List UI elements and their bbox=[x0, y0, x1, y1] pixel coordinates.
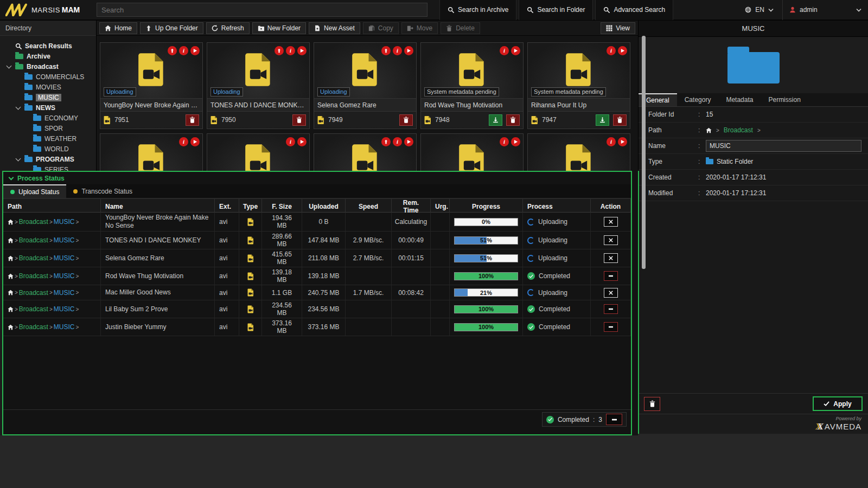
sidebar-item-broadcast[interactable]: Broadcast bbox=[0, 61, 96, 72]
breadcrumb-broadcast[interactable]: Broadcast bbox=[19, 305, 48, 313]
download-asset-button[interactable] bbox=[489, 114, 502, 126]
sidebar-item-spor[interactable]: SPOR bbox=[0, 123, 96, 133]
info-icon[interactable]: i bbox=[393, 46, 402, 55]
info-icon[interactable]: i bbox=[179, 137, 188, 146]
sidebar-item-weather[interactable]: WEATHER bbox=[0, 133, 96, 144]
apply-button[interactable]: Apply bbox=[813, 396, 863, 411]
breadcrumb-music[interactable]: MUSIC bbox=[54, 272, 75, 280]
asset-card-7951[interactable]: i Uploading YoungBoy Never Broke Again M… bbox=[100, 42, 203, 129]
new-folder-button[interactable]: New Folder bbox=[252, 22, 306, 34]
folder-name-input[interactable] bbox=[706, 140, 861, 152]
copy-button[interactable]: Copy bbox=[363, 22, 399, 34]
upload-icon[interactable] bbox=[381, 137, 391, 146]
user-menu[interactable]: admin bbox=[782, 0, 868, 20]
info-icon[interactable]: i bbox=[286, 137, 295, 146]
asset-card-7947[interactable]: i System metadata pending Rihanna Pour I… bbox=[527, 42, 630, 129]
new-asset-button[interactable]: New Asset bbox=[309, 22, 360, 34]
delete-folder-button[interactable] bbox=[644, 397, 660, 411]
info-icon[interactable]: i bbox=[393, 137, 402, 146]
scrollbar[interactable] bbox=[642, 36, 646, 269]
advanced-search-button[interactable]: Advanced Search bbox=[595, 0, 673, 20]
breadcrumb-music[interactable]: MUSIC bbox=[54, 289, 75, 297]
search-in-archive-button[interactable]: Search in Archive bbox=[439, 0, 516, 20]
asset-card-7948[interactable]: i System metadata pending Rod Wave Thug … bbox=[420, 42, 524, 129]
tab-permission[interactable]: Permission bbox=[761, 93, 808, 106]
move-button[interactable]: Move bbox=[401, 22, 438, 34]
play-icon[interactable] bbox=[297, 46, 307, 55]
breadcrumb-broadcast[interactable]: Broadcast bbox=[724, 126, 753, 134]
breadcrumb-broadcast[interactable]: Broadcast bbox=[19, 218, 48, 226]
cancel-upload-button[interactable] bbox=[604, 288, 618, 298]
remove-row-button[interactable] bbox=[604, 304, 618, 314]
asset-card-7950[interactable]: i Uploading TONES AND I DANCE MONKEY 795… bbox=[207, 42, 310, 129]
search-in-folder-button[interactable]: Search in Folder bbox=[519, 0, 593, 20]
play-icon[interactable] bbox=[190, 137, 200, 146]
upload-icon[interactable] bbox=[168, 46, 177, 55]
clear-completed-button[interactable] bbox=[606, 414, 622, 425]
play-icon[interactable] bbox=[404, 137, 413, 146]
sidebar-item-movies[interactable]: MOVIES bbox=[0, 82, 96, 92]
download-asset-button[interactable] bbox=[596, 114, 609, 126]
breadcrumb-music[interactable]: MUSIC bbox=[54, 236, 75, 244]
play-icon[interactable] bbox=[404, 46, 413, 55]
upload-icon[interactable] bbox=[275, 46, 284, 55]
delete-button[interactable]: Delete bbox=[441, 22, 480, 34]
play-icon[interactable] bbox=[297, 137, 307, 146]
info-icon[interactable]: i bbox=[607, 137, 616, 146]
breadcrumb-broadcast[interactable]: Broadcast bbox=[19, 254, 48, 262]
delete-asset-button[interactable] bbox=[506, 114, 520, 126]
remove-row-button[interactable] bbox=[604, 322, 618, 332]
breadcrumb-music[interactable]: MUSIC bbox=[54, 323, 75, 331]
sidebar-item-archive[interactable]: Archive bbox=[0, 51, 96, 61]
play-icon[interactable] bbox=[618, 46, 627, 55]
breadcrumb-broadcast[interactable]: Broadcast bbox=[19, 289, 48, 297]
up-one-folder-button[interactable]: Up One Folder bbox=[140, 22, 203, 34]
tab-category[interactable]: Category bbox=[677, 93, 719, 106]
sidebar-item-world[interactable]: WORLD bbox=[0, 144, 96, 154]
cancel-upload-button[interactable] bbox=[604, 253, 618, 263]
info-icon[interactable]: i bbox=[500, 46, 509, 55]
chevron-down-icon[interactable] bbox=[16, 156, 21, 161]
chevron-down-icon[interactable] bbox=[7, 63, 12, 68]
play-icon[interactable] bbox=[618, 137, 627, 146]
asset-card-7949[interactable]: i Uploading Selena Gomez Rare 7949 bbox=[314, 42, 417, 129]
remove-row-button[interactable] bbox=[604, 271, 618, 281]
language-selector[interactable]: EN bbox=[736, 6, 782, 14]
file-size: 139.18 MB bbox=[262, 267, 302, 285]
tab-upload-status[interactable]: Upload Status bbox=[3, 184, 66, 198]
refresh-button[interactable]: Refresh bbox=[206, 22, 250, 34]
delete-asset-button[interactable] bbox=[613, 114, 627, 126]
play-icon[interactable] bbox=[190, 46, 200, 55]
breadcrumb-music[interactable]: MUSIC bbox=[54, 254, 75, 262]
home-button[interactable]: Home bbox=[99, 22, 137, 34]
cancel-upload-button[interactable] bbox=[604, 217, 618, 227]
breadcrumb-music[interactable]: MUSIC bbox=[54, 218, 75, 226]
sidebar-item-economy[interactable]: ECONOMY bbox=[0, 113, 96, 123]
breadcrumb-broadcast[interactable]: Broadcast bbox=[19, 236, 48, 244]
global-search-input[interactable] bbox=[97, 3, 427, 17]
breadcrumb-broadcast[interactable]: Broadcast bbox=[19, 323, 48, 331]
info-icon[interactable]: i bbox=[607, 46, 616, 55]
sidebar-item-search-results[interactable]: Search Results bbox=[0, 41, 96, 51]
delete-asset-button[interactable] bbox=[292, 114, 306, 126]
process-status-header[interactable]: Process Status bbox=[3, 172, 631, 184]
play-icon[interactable] bbox=[511, 137, 520, 146]
breadcrumb-music[interactable]: MUSIC bbox=[54, 305, 75, 313]
upload-icon[interactable] bbox=[381, 46, 391, 55]
tab-transcode-status[interactable]: Transcode Status bbox=[66, 184, 139, 198]
delete-asset-button[interactable] bbox=[399, 114, 413, 126]
chevron-down-icon[interactable] bbox=[16, 104, 21, 110]
info-icon[interactable]: i bbox=[179, 46, 188, 55]
info-icon[interactable]: i bbox=[286, 46, 295, 55]
sidebar-item-programs[interactable]: PROGRAMS bbox=[0, 154, 96, 164]
play-icon[interactable] bbox=[511, 46, 520, 55]
breadcrumb-broadcast[interactable]: Broadcast bbox=[19, 272, 48, 280]
sidebar-item-news[interactable]: NEWS bbox=[0, 102, 96, 113]
sidebar-item-music[interactable]: MUSIC bbox=[0, 92, 96, 102]
sidebar-item-commercials[interactable]: COMMERCIALS bbox=[0, 72, 96, 82]
view-button[interactable]: View bbox=[601, 22, 635, 34]
delete-asset-button[interactable] bbox=[186, 114, 199, 126]
tab-metadata[interactable]: Metadata bbox=[718, 93, 761, 106]
info-icon[interactable]: i bbox=[500, 137, 509, 146]
cancel-upload-button[interactable] bbox=[604, 235, 618, 245]
